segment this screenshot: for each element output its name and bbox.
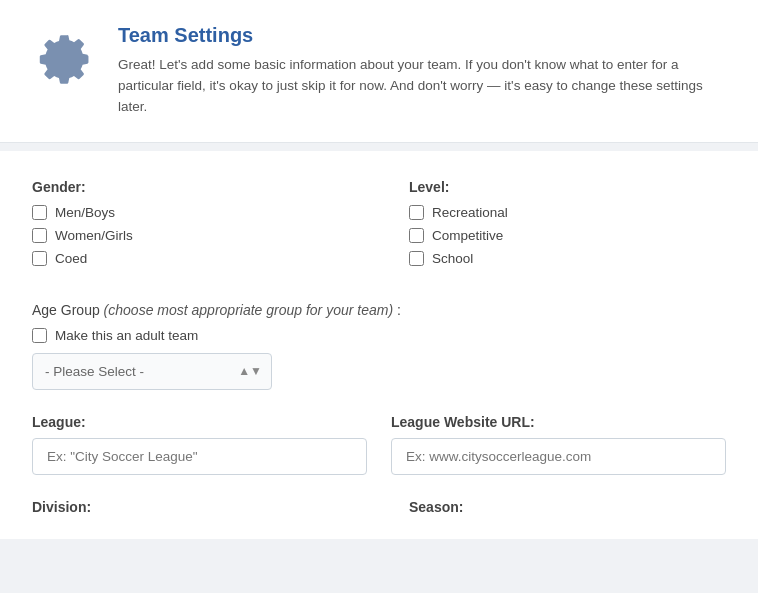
level-school-checkbox[interactable] <box>409 251 424 266</box>
season-col: Season: <box>409 499 726 515</box>
age-group-label-start: Age Group <box>32 302 100 318</box>
league-url-label: League Website URL: <box>391 414 726 430</box>
level-competitive[interactable]: Competitive <box>409 228 726 243</box>
gender-men-boys-checkbox[interactable] <box>32 205 47 220</box>
level-recreational-label: Recreational <box>432 205 508 220</box>
league-row: League: League Website URL: <box>32 414 726 475</box>
age-group-label-italic: (choose most appropriate group for your … <box>104 302 393 318</box>
gender-coed[interactable]: Coed <box>32 251 349 266</box>
division-label: Division: <box>32 499 349 515</box>
age-group-select[interactable]: - Please Select - U6 U8 U10 U12 U14 U16 … <box>32 353 272 390</box>
season-label: Season: <box>409 499 726 515</box>
league-url-col: League Website URL: <box>391 414 726 475</box>
gender-coed-checkbox[interactable] <box>32 251 47 266</box>
gender-level-row: Gender: Men/Boys Women/Girls Coed Level:… <box>32 179 726 274</box>
gear-icon <box>28 24 98 94</box>
gender-women-girls-label: Women/Girls <box>55 228 133 243</box>
header-text: Team Settings Great! Let's add some basi… <box>118 24 730 118</box>
level-recreational[interactable]: Recreational <box>409 205 726 220</box>
age-group-label-end: : <box>397 302 401 318</box>
header-description: Great! Let's add some basic information … <box>118 55 730 118</box>
adult-team-label: Make this an adult team <box>55 328 198 343</box>
gender-women-girls[interactable]: Women/Girls <box>32 228 349 243</box>
age-group-label: Age Group (choose most appropriate group… <box>32 302 726 318</box>
age-group-select-wrapper: - Please Select - U6 U8 U10 U12 U14 U16 … <box>32 353 272 390</box>
level-competitive-label: Competitive <box>432 228 503 243</box>
main-form: Gender: Men/Boys Women/Girls Coed Level:… <box>0 151 758 539</box>
adult-team-checkbox-label[interactable]: Make this an adult team <box>32 328 726 343</box>
level-school-label: School <box>432 251 473 266</box>
league-input[interactable] <box>32 438 367 475</box>
adult-team-checkbox[interactable] <box>32 328 47 343</box>
gender-men-boys-label: Men/Boys <box>55 205 115 220</box>
gender-women-girls-checkbox[interactable] <box>32 228 47 243</box>
bottom-row: Division: Season: <box>32 499 726 515</box>
league-label: League: <box>32 414 367 430</box>
gender-men-boys[interactable]: Men/Boys <box>32 205 349 220</box>
age-group-section: Age Group (choose most appropriate group… <box>32 302 726 390</box>
header-section: Team Settings Great! Let's add some basi… <box>0 0 758 143</box>
level-competitive-checkbox[interactable] <box>409 228 424 243</box>
level-label: Level: <box>409 179 726 195</box>
league-url-input[interactable] <box>391 438 726 475</box>
level-school[interactable]: School <box>409 251 726 266</box>
gender-label: Gender: <box>32 179 349 195</box>
league-col: League: <box>32 414 367 475</box>
division-col: Division: <box>32 499 349 515</box>
page-title: Team Settings <box>118 24 730 47</box>
level-col: Level: Recreational Competitive School <box>409 179 726 274</box>
gender-coed-label: Coed <box>55 251 87 266</box>
level-recreational-checkbox[interactable] <box>409 205 424 220</box>
gender-col: Gender: Men/Boys Women/Girls Coed <box>32 179 349 274</box>
